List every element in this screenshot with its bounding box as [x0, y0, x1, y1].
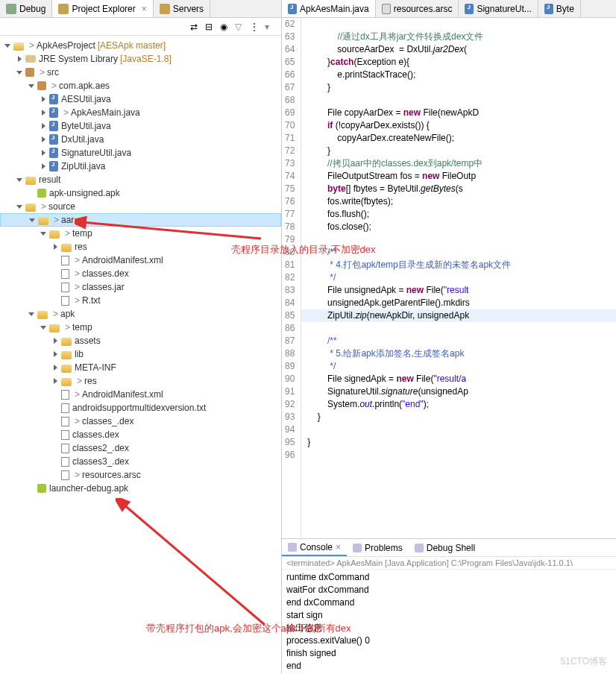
close-icon[interactable]: × [336, 542, 341, 552]
expander-icon[interactable] [51, 269, 60, 278]
expander-icon[interactable] [39, 148, 48, 157]
code-line-82[interactable]: */ [301, 271, 616, 284]
code-line-88[interactable]: * 5.给新apk添加签名,生成签名apk [301, 347, 616, 360]
expander-icon[interactable] [27, 484, 36, 493]
expander-icon[interactable] [51, 296, 60, 305]
tree-item-apkaesmain-java[interactable]: >ApkAesMain.java [0, 106, 281, 119]
code-line-83[interactable]: File unsignedApk = new File("result [301, 284, 616, 297]
tree-item-signatureutil-java[interactable]: SignatureUtil.java [0, 146, 281, 160]
code-line-87[interactable]: /** [301, 335, 616, 347]
expander-icon[interactable] [51, 242, 60, 251]
code-line-92[interactable]: System.out.println("end"); [301, 398, 616, 411]
expander-icon[interactable] [51, 336, 60, 345]
expander-icon[interactable] [15, 202, 24, 211]
code-line-81[interactable]: * 4.打包apk/temp目录生成新的未签名apk文件 [301, 259, 616, 271]
collapse-all-icon[interactable]: ⇄ [190, 22, 201, 32]
expander-icon[interactable] [15, 54, 24, 63]
tree-item-classes--dex[interactable]: >classes_.dex [0, 415, 281, 428]
expander-icon[interactable] [51, 390, 60, 399]
bottom-tab-problems[interactable]: Problems [347, 541, 409, 555]
tree-item-temp[interactable]: >temp [0, 321, 281, 334]
expander-icon[interactable] [51, 256, 60, 265]
expander-icon[interactable] [51, 403, 60, 412]
bottom-tab-debug-shell[interactable]: Debug Shell [409, 541, 481, 555]
tree-item-classes-dex[interactable]: classes.dex [0, 428, 281, 441]
expander-icon[interactable] [27, 81, 36, 90]
code-line-96[interactable] [301, 449, 616, 462]
tab-debug[interactable]: Debug [0, 0, 52, 17]
expander-icon[interactable] [28, 215, 37, 224]
tree-item-apkaesproject[interactable]: >ApkAesProject[AESApk master] [0, 39, 281, 52]
code-line-71[interactable]: copyAarDex.createNewFile(); [301, 132, 616, 145]
code-line-70[interactable]: if (!copyAarDex.exists()) { [301, 119, 616, 132]
tree-item-aesutil-java[interactable]: AESUtil.java [0, 92, 281, 106]
expander-icon[interactable] [15, 175, 24, 184]
code-line-86[interactable] [301, 322, 616, 335]
code-line-79[interactable] [301, 233, 616, 246]
tree-item-com-apk-aes[interactable]: >com.apk.aes [0, 79, 281, 92]
expander-icon[interactable] [51, 350, 60, 359]
expander-icon[interactable] [51, 363, 60, 372]
tree-item-res[interactable]: res [0, 240, 281, 253]
code-line-94[interactable] [301, 423, 616, 436]
code-line-91[interactable]: SignatureUtil.signature(unsignedAp [301, 385, 616, 398]
code-editor[interactable]: 6263646566676869707172737475767778798081… [282, 18, 616, 538]
focus-icon[interactable]: ◉ [220, 22, 230, 32]
link-editor-icon[interactable]: ⊟ [205, 22, 216, 32]
tree-item-result[interactable]: result [0, 173, 281, 186]
tree-item-classes-dex[interactable]: >classes.dex [0, 267, 281, 280]
code-line-66[interactable]: e.printStackTrace(); [301, 69, 616, 81]
expander-icon[interactable] [51, 470, 60, 479]
tree-item-assets[interactable]: assets [0, 334, 281, 347]
tree-item-lib[interactable]: lib [0, 347, 281, 361]
tree-item-launcher-debug-apk[interactable]: launcher-debug.apk [0, 482, 281, 495]
editor-tab-resources-arsc[interactable]: resources.arsc [376, 0, 459, 17]
expander-icon[interactable] [39, 122, 48, 130]
code-line-72[interactable]: } [301, 145, 616, 157]
code-line-77[interactable]: fos.flush(); [301, 208, 616, 221]
tree-item-r-txt[interactable]: >R.txt [0, 294, 281, 307]
code-line-74[interactable]: FileOutputStream fos = new FileOutp [301, 170, 616, 183]
code-line-62[interactable] [301, 18, 616, 31]
expander-icon[interactable] [39, 108, 48, 117]
tree-item-classes3--dex[interactable]: classes3_.dex [0, 455, 281, 468]
close-icon[interactable]: × [142, 4, 147, 14]
code-line-68[interactable] [301, 94, 616, 107]
code-line-67[interactable]: } [301, 81, 616, 94]
tree-item-androidsupportmultidexversion-txt[interactable]: androidsupportmultidexversion.txt [0, 401, 281, 415]
tree-item-classes2--dex[interactable]: classes2_.dex [0, 441, 281, 455]
code-line-90[interactable]: File signedApk = new File("result/a [301, 373, 616, 385]
menu-icon[interactable]: ▾ [265, 22, 275, 32]
tab-servers[interactable]: Servers [154, 0, 210, 17]
expander-icon[interactable] [3, 41, 12, 50]
expander-icon[interactable] [39, 135, 48, 144]
bottom-tab-console[interactable]: Console × [282, 540, 347, 556]
code-line-76[interactable]: fos.write(fbytes); [301, 195, 616, 208]
tree-item-classes-jar[interactable]: >classes.jar [0, 280, 281, 294]
editor-tab-apkaesmain-java[interactable]: ApkAesMain.java [282, 0, 376, 17]
tree-item-androidmanifest-xml[interactable]: >AndroidManifest.xml [0, 253, 281, 267]
tree-item-ziputil-java[interactable]: ZipUtil.java [0, 160, 281, 173]
tree-item-dxutil-java[interactable]: DxUtil.java [0, 133, 281, 146]
expander-icon[interactable] [15, 68, 24, 77]
code-line-85[interactable]: ZipUtil.zip(newApkDir, unsignedApk [301, 309, 616, 322]
tree-item-jre-system-library[interactable]: JRE System Library[JavaSE-1.8] [0, 52, 281, 66]
tab-project-explorer[interactable]: Project Explorer× [52, 0, 153, 17]
expander-icon[interactable] [39, 95, 48, 104]
code-line-65[interactable]: }catch(Exception e){ [301, 56, 616, 69]
project-tree[interactable]: >ApkAesProject[AESApk master]JRE System … [0, 36, 281, 674]
code-line-84[interactable]: unsignedApk.getParentFile().mkdirs [301, 297, 616, 309]
code-line-73[interactable]: //拷贝aar中的classes.dex到apk/temp中 [301, 157, 616, 170]
tree-item-resources-arsc[interactable]: >resources.arsc [0, 468, 281, 482]
expander-icon[interactable] [51, 283, 60, 292]
editor-tab-byte[interactable]: Byte [538, 0, 581, 17]
code-line-69[interactable]: File copyAarDex = new File(newApkD [301, 107, 616, 119]
expander-icon[interactable] [51, 457, 60, 466]
tree-item-apk-unsigned-apk[interactable]: apk-unsigned.apk [0, 186, 281, 200]
expander-icon[interactable] [39, 323, 48, 332]
code-line-93[interactable]: } [301, 411, 616, 423]
code-line-95[interactable]: } [301, 436, 616, 449]
tree-item-source[interactable]: >source [0, 200, 281, 213]
code-body[interactable]: //通过dx工具将jar文件转换成dex文件 sourceAarDex = Dx… [301, 18, 616, 538]
tree-item-temp[interactable]: >temp [0, 227, 281, 240]
